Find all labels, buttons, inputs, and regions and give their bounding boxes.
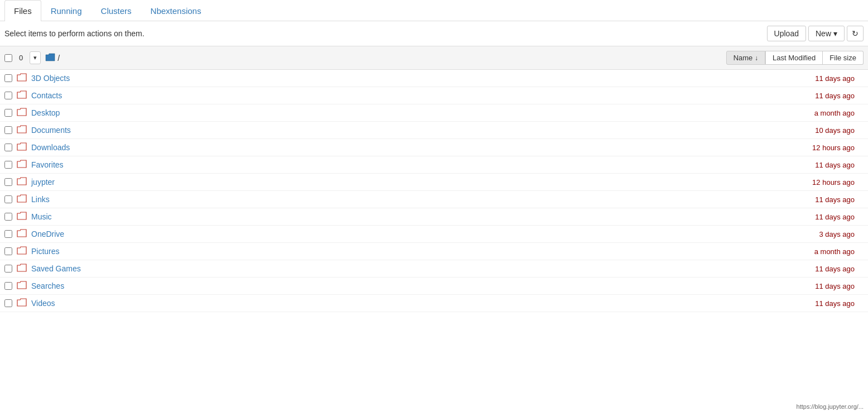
file-row-left: OneDrive — [4, 229, 752, 239]
file-modified: 11 days ago — [752, 92, 864, 100]
table-row[interactable]: Music 11 days ago — [0, 208, 868, 226]
sort-modified-button[interactable]: Last Modified — [765, 51, 823, 65]
folder-icon — [17, 125, 27, 135]
file-row-left: Downloads — [4, 142, 752, 152]
file-row-left: Favorites — [4, 160, 752, 170]
file-checkbox[interactable] — [4, 247, 12, 255]
breadcrumb: / — [45, 53, 60, 63]
tab-clusters[interactable]: Clusters — [92, 0, 141, 21]
file-name[interactable]: Music — [31, 212, 52, 221]
file-modified: 12 hours ago — [752, 144, 864, 152]
table-row[interactable]: Desktop a month ago — [0, 104, 868, 122]
count-dropdown[interactable]: ▾ — [30, 51, 41, 64]
folder-icon — [17, 194, 27, 204]
file-name[interactable]: Downloads — [31, 143, 70, 152]
table-row[interactable]: juypter 12 hours ago — [0, 174, 868, 191]
upload-button[interactable]: Upload — [767, 26, 806, 41]
sort-name-arrow: ↓ — [755, 54, 758, 62]
table-row[interactable]: Favorites 11 days ago — [0, 156, 868, 174]
file-name[interactable]: Searches — [31, 281, 64, 290]
file-name[interactable]: Videos — [31, 299, 55, 308]
file-row-left: 3D Objects — [4, 73, 752, 83]
file-row-left: Pictures — [4, 246, 752, 256]
folder-icon — [17, 73, 27, 83]
file-modified: 11 days ago — [752, 161, 864, 169]
select-message: Select items to perform actions on them. — [4, 29, 145, 38]
folder-icon — [17, 212, 27, 222]
table-row[interactable]: OneDrive 3 days ago — [0, 226, 868, 243]
file-row-left: Videos — [4, 298, 752, 308]
file-name[interactable]: Favorites — [31, 160, 64, 169]
table-row[interactable]: Pictures a month ago — [0, 243, 868, 260]
folder-icon — [17, 246, 27, 256]
file-checkbox[interactable] — [4, 213, 12, 221]
refresh-button[interactable]: ↻ — [847, 26, 864, 41]
file-modified: 11 days ago — [752, 74, 864, 83]
file-modified: 3 days ago — [752, 230, 864, 238]
file-checkbox[interactable] — [4, 109, 12, 117]
file-modified: 11 days ago — [752, 265, 864, 273]
file-checkbox[interactable] — [4, 161, 12, 169]
new-dropdown-arrow: ▾ — [833, 29, 837, 38]
file-checkbox[interactable] — [4, 92, 12, 99]
tab-bar: FilesRunningClustersNbextensions — [0, 0, 868, 21]
file-row-left: Contacts — [4, 90, 752, 101]
table-row[interactable]: Links 11 days ago — [0, 191, 868, 208]
new-button[interactable]: New ▾ — [808, 26, 845, 41]
toolbar: Select items to perform actions on them.… — [0, 21, 868, 46]
file-name[interactable]: OneDrive — [31, 230, 64, 238]
folder-icon — [17, 298, 27, 308]
file-modified: 12 hours ago — [752, 178, 864, 187]
file-name[interactable]: Pictures — [31, 247, 60, 256]
table-row[interactable]: Contacts 11 days ago — [0, 87, 868, 104]
table-row[interactable]: Searches 11 days ago — [0, 278, 868, 295]
file-checkbox[interactable] — [4, 74, 12, 82]
file-checkbox[interactable] — [4, 230, 12, 238]
file-row-left: juypter — [4, 177, 752, 187]
file-list-header: 0 ▾ / Name ↓ Last Modified File size — [0, 46, 868, 70]
file-checkbox[interactable] — [4, 144, 12, 151]
table-row[interactable]: Videos 11 days ago — [0, 295, 868, 312]
file-checkbox[interactable] — [4, 299, 12, 307]
folder-icon — [17, 281, 27, 291]
file-modified: 11 days ago — [752, 282, 864, 290]
file-row-left: Saved Games — [4, 264, 752, 274]
file-name[interactable]: Documents — [31, 126, 71, 135]
folder-icon — [17, 177, 27, 187]
file-modified: a month ago — [752, 247, 864, 256]
folder-icon — [17, 264, 27, 274]
tab-nbextensions[interactable]: Nbextensions — [141, 0, 211, 21]
sort-name-button[interactable]: Name ↓ — [726, 51, 765, 65]
file-checkbox[interactable] — [4, 265, 12, 273]
file-name[interactable]: juypter — [31, 178, 55, 187]
header-sort-buttons: Name ↓ Last Modified File size — [726, 51, 864, 65]
table-row[interactable]: Saved Games 11 days ago — [0, 260, 868, 278]
file-name[interactable]: Desktop — [31, 108, 60, 117]
sort-name-label: Name — [733, 54, 753, 62]
file-modified: 11 days ago — [752, 299, 864, 308]
new-button-label: New — [816, 29, 831, 38]
select-all-checkbox[interactable] — [4, 54, 12, 62]
file-checkbox[interactable] — [4, 282, 12, 290]
file-modified: 11 days ago — [752, 213, 864, 221]
table-row[interactable]: 3D Objects 11 days ago — [0, 70, 868, 87]
file-checkbox[interactable] — [4, 126, 12, 134]
file-name[interactable]: Contacts — [31, 91, 62, 100]
file-checkbox[interactable] — [4, 178, 12, 186]
sort-size-button[interactable]: File size — [823, 51, 864, 65]
breadcrumb-folder-icon — [45, 53, 55, 63]
file-name[interactable]: 3D Objects — [31, 74, 70, 83]
table-row[interactable]: Downloads 12 hours ago — [0, 139, 868, 156]
tab-running[interactable]: Running — [41, 0, 92, 21]
folder-icon — [17, 142, 27, 152]
table-row[interactable]: Documents 10 days ago — [0, 122, 868, 139]
file-name[interactable]: Links — [31, 195, 50, 204]
tab-files[interactable]: Files — [4, 0, 41, 21]
file-row-left: Music — [4, 212, 752, 222]
file-row-left: Searches — [4, 281, 752, 291]
file-checkbox[interactable] — [4, 195, 12, 203]
file-name[interactable]: Saved Games — [31, 264, 81, 273]
folder-icon — [17, 229, 27, 239]
file-modified: 11 days ago — [752, 195, 864, 204]
toolbar-right: Upload New ▾ ↻ — [767, 26, 864, 41]
